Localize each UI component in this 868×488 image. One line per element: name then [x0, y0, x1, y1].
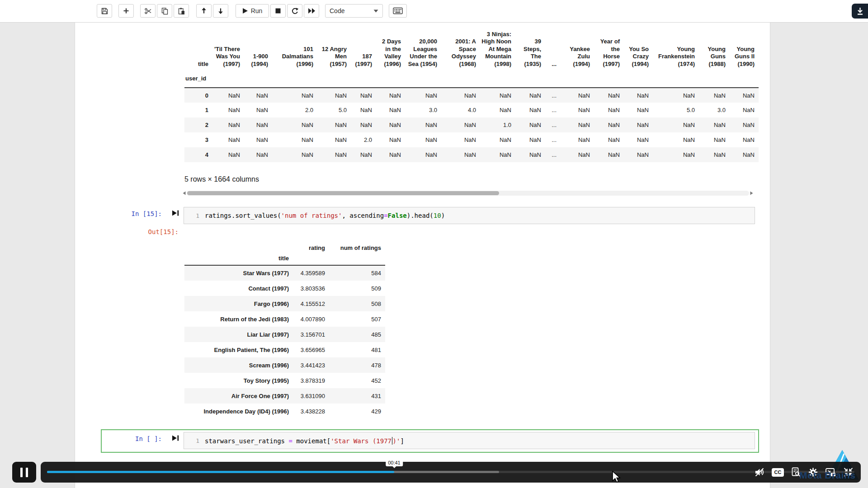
interrupt-kernel-button[interactable]	[270, 4, 286, 18]
data-cell: NaN	[272, 88, 317, 103]
data-cell: NaN	[480, 147, 515, 162]
blank-header-cell	[184, 239, 293, 251]
seek-bar[interactable]: 00:41	[47, 471, 854, 473]
code-cell-in15[interactable]: In [15]: 1 ratings.sort_values('num of r…	[101, 204, 759, 227]
triangle-right-icon	[750, 191, 753, 195]
time-tooltip: 00:41	[386, 459, 403, 466]
data-cell: NaN	[272, 132, 317, 147]
data-cell: NaN	[212, 88, 244, 103]
code-token: ]	[400, 437, 404, 445]
table-row: 2NaNNaNNaNNaNNaNNaNNaNNaN1.0NaN...NaNNaN…	[184, 117, 759, 132]
row-index-cell: Liar Liar (1997)	[184, 327, 293, 342]
data-cell: NaN	[561, 117, 594, 132]
column-header-cell: rating	[293, 239, 329, 251]
data-cell: 485	[329, 327, 385, 342]
data-cell: ...	[545, 132, 561, 147]
cut-cell-button[interactable]	[140, 4, 156, 18]
code-token: ratings.sort_values(	[205, 212, 281, 219]
move-cell-up-button[interactable]	[196, 4, 212, 18]
data-cell: NaN	[317, 88, 351, 103]
data-cell: NaN	[480, 88, 515, 103]
restart-kernel-button[interactable]	[287, 4, 302, 18]
closed-captions-button[interactable]: CC	[772, 468, 784, 477]
index-name-row: user_id	[184, 69, 759, 88]
add-cell-button[interactable]	[118, 4, 134, 18]
copy-icon	[161, 7, 169, 15]
data-cell: NaN	[244, 147, 272, 162]
data-cell: NaN	[244, 132, 272, 147]
code-token: =	[288, 437, 292, 445]
move-cell-down-button[interactable]	[213, 4, 228, 18]
data-cell: NaN	[624, 117, 653, 132]
input-prompt: In [15]:	[99, 210, 162, 217]
blank-header-cell	[730, 69, 759, 88]
data-cell: 3.156701	[293, 327, 329, 342]
restart-run-all-button[interactable]	[304, 4, 319, 18]
blank-header-cell	[212, 69, 244, 88]
data-cell: NaN	[653, 88, 699, 103]
blank-header-cell	[624, 69, 653, 88]
data-cell: 481	[329, 342, 385, 357]
data-cell: NaN	[376, 88, 405, 103]
arrow-up-icon	[200, 7, 208, 14]
scrollbar-thumb[interactable]	[187, 191, 499, 195]
data-cell: NaN	[441, 117, 480, 132]
scroll-right-arrow[interactable]	[749, 190, 754, 197]
output-prompt: Out[15]:	[116, 228, 179, 235]
data-cell: NaN	[699, 117, 730, 132]
copy-cells-button[interactable]	[157, 4, 172, 18]
blank-header-cell	[317, 69, 351, 88]
column-header-cell: 2001: A Space Odyssey (1968)	[441, 23, 480, 69]
mute-icon[interactable]	[754, 467, 765, 477]
table-row: 4NaNNaNNaNNaNNaNNaNNaNNaNNaNNaN...NaNNaN…	[184, 147, 759, 162]
code-editor[interactable]: 1 ratings.sort_values('num of ratings', …	[184, 207, 755, 224]
data-cell: NaN	[351, 147, 376, 162]
data-cell: 431	[329, 388, 385, 404]
pause-button[interactable]	[12, 462, 36, 483]
code-token: 'num of ratings'	[281, 212, 342, 219]
blank-header-cell	[545, 69, 561, 88]
data-cell: NaN	[351, 103, 376, 117]
data-cell: NaN	[561, 88, 594, 103]
blank-header-cell	[699, 69, 730, 88]
blank-header-cell	[561, 69, 594, 88]
cell-type-select[interactable]: Code	[325, 4, 383, 18]
data-cell: 507	[329, 311, 385, 327]
data-cell: NaN	[376, 103, 405, 117]
code-line: starwars_user_ratings = moviemat['Star W…	[205, 437, 404, 445]
save-button[interactable]	[97, 4, 112, 18]
blank-header-cell	[272, 69, 317, 88]
code-token: =	[384, 212, 387, 219]
scroll-left-arrow[interactable]	[182, 190, 187, 197]
data-cell: NaN	[653, 117, 699, 132]
data-cell: 3.441423	[293, 357, 329, 373]
cc-label: CC	[774, 469, 782, 475]
blank-header-cell	[594, 69, 624, 88]
column-header-cell: 101 Dalmatians (1996)	[272, 23, 317, 69]
scrollbar-track[interactable]	[187, 191, 749, 196]
row-index-cell: Scream (1996)	[184, 357, 293, 373]
played-progress	[47, 471, 394, 473]
data-cell: NaN	[376, 132, 405, 147]
horizontal-scrollbar[interactable]	[182, 190, 754, 197]
data-cell: NaN	[594, 147, 624, 162]
column-header-cell: ...	[545, 23, 561, 69]
data-cell: 3.0	[405, 103, 441, 117]
command-palette-button[interactable]	[389, 4, 407, 18]
run-cell-button[interactable]: Run	[236, 4, 269, 18]
code-editor-active[interactable]: 1 starwars_user_ratings = moviemat['Star…	[184, 432, 755, 449]
data-cell: 3.803536	[293, 281, 329, 296]
data-cell: NaN	[699, 147, 730, 162]
download-button[interactable]	[852, 4, 868, 19]
table-row: Contact (1997)3.803536509	[184, 281, 385, 296]
code-token: moviemat[	[292, 437, 330, 445]
row-index-cell: 3	[184, 132, 212, 147]
stop-icon	[275, 8, 281, 14]
data-cell: NaN	[515, 117, 545, 132]
data-cell: NaN	[653, 147, 699, 162]
column-header-cell: 187 (1997)	[351, 23, 376, 69]
run-marker-icon	[172, 435, 179, 443]
paste-cells-button[interactable]	[174, 4, 189, 18]
code-cell-empty[interactable]: In [ ]: 1 starwars_user_ratings = moviem…	[101, 429, 759, 453]
data-cell: NaN	[317, 117, 351, 132]
